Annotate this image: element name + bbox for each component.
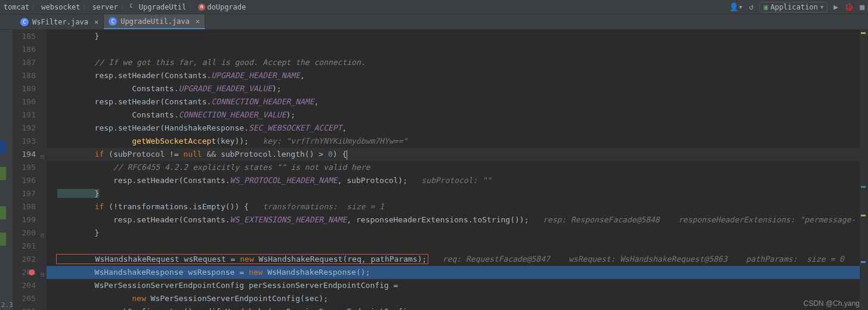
code-text: Constants. xyxy=(57,84,179,93)
sync-icon[interactable]: ↺ xyxy=(749,2,753,11)
constant-text: SEC_WEBSOCKET_ACCEPT xyxy=(249,123,342,132)
breadcrumb-item[interactable]: C UpgradeUtil xyxy=(130,3,186,11)
warning-mark[interactable] xyxy=(861,215,866,216)
number-text: 0 xyxy=(328,150,333,159)
line-number[interactable]: 204 xyxy=(13,279,36,292)
code-text: WsHandshakeResponse wsResponse = xyxy=(57,268,249,277)
tab-label: WsFilter.java xyxy=(32,18,88,26)
line-number[interactable]: 186 xyxy=(13,43,36,56)
breadcrumb: tomcat 〉 websocket 〉 server 〉 C UpgradeU… xyxy=(4,2,246,12)
inline-hint: subProtocol: "" xyxy=(422,176,492,185)
code-text: } xyxy=(57,32,99,41)
mark[interactable] xyxy=(861,186,866,188)
line-number[interactable]: 202 xyxy=(13,253,36,266)
code-text: sec.getConfigurator().modifyHandshake(pe… xyxy=(57,307,417,310)
line-number[interactable]: 206 xyxy=(13,305,36,310)
breadcrumb-item[interactable]: m doUpgrade xyxy=(198,3,246,11)
line-number[interactable]: 198 xyxy=(13,200,36,213)
code-text: ); xyxy=(272,84,282,93)
inline-hint: key: "vrfTrhYNYKiUmyóbwm7HYw==" xyxy=(262,137,407,145)
warning-mark[interactable] xyxy=(861,32,866,34)
tab-wsfilter[interactable]: C WsFilter.java × xyxy=(16,14,104,29)
user-add-icon[interactable]: 👤▾ xyxy=(729,2,743,11)
code-text: WsHandshakeResponse(); xyxy=(262,268,370,277)
code-text xyxy=(57,150,95,159)
line-number[interactable]: 203⊟ xyxy=(13,266,36,279)
close-icon[interactable]: × xyxy=(94,18,98,26)
fold-icon[interactable]: ⊟ xyxy=(37,268,44,275)
code-text: resp.setHeader(Constants. xyxy=(57,97,211,106)
class-icon: C xyxy=(109,17,117,26)
chevron-right-icon: 〉 xyxy=(121,2,128,12)
line-number[interactable]: 205 xyxy=(13,292,36,305)
line-number[interactable]: 200⊟ xyxy=(13,227,36,240)
line-number[interactable]: 194⊟ xyxy=(13,148,36,161)
code-text: , responseHeaderExtensions.toString()); xyxy=(347,215,543,224)
top-bar: tomcat 〉 websocket 〉 server 〉 C UpgradeU… xyxy=(0,0,868,14)
code-text: ); xyxy=(286,110,296,119)
line-number[interactable]: 189 xyxy=(13,82,36,95)
chevron-right-icon: 〉 xyxy=(82,2,89,12)
code-text: resp.setHeader(Constants. xyxy=(57,71,211,80)
line-number[interactable]: 190 xyxy=(13,95,36,108)
text-cursor xyxy=(347,150,347,160)
inline-hint: resp: ResponseFacade@5848 responseHeader… xyxy=(543,215,855,224)
project-color-strip xyxy=(0,30,6,310)
error-stripe[interactable] xyxy=(860,30,868,310)
watermark-text: CSDN @Ch.yang xyxy=(804,299,860,308)
code-lines[interactable]: } // If we got this far, all is good. Ac… xyxy=(47,30,860,310)
keyword-text: new xyxy=(240,255,254,264)
inline-hint: req: RequestFacade@5847 wsRequest: WsHan… xyxy=(428,255,844,264)
code-text: && subProtocol.length() > xyxy=(202,150,328,159)
run-icon[interactable]: ▶ xyxy=(833,2,838,11)
code-text: WsHandshakeRequest(req, pathParams); xyxy=(254,255,427,264)
coverage-icon[interactable]: ▦ xyxy=(860,2,864,11)
line-number[interactable]: 185 xyxy=(13,30,36,43)
breadcrumb-item[interactable]: tomcat xyxy=(4,3,29,11)
line-number[interactable]: 196 xyxy=(13,174,36,187)
code-text: ) { xyxy=(333,150,347,159)
method-icon: m xyxy=(198,4,205,11)
run-config-label: Application xyxy=(770,3,817,11)
code-text xyxy=(57,202,95,211)
breadcrumb-item[interactable]: server xyxy=(92,3,118,11)
tab-upgradeutil[interactable]: C UpgradeUtil.java × xyxy=(104,14,205,29)
breadcrumb-item[interactable]: websocket xyxy=(41,3,80,11)
run-configuration-dropdown[interactable]: ▣ Application ▼ xyxy=(759,2,827,13)
chevron-right-icon: 〉 xyxy=(32,2,39,12)
line-number[interactable]: 191 xyxy=(13,108,36,122)
keyword-text: new xyxy=(132,294,146,303)
line-number[interactable]: 195 xyxy=(13,161,36,174)
line-number[interactable]: 199 xyxy=(13,213,36,227)
fold-icon[interactable]: ⊟ xyxy=(37,229,44,236)
strip-mark xyxy=(0,206,6,219)
code-text: (subProtocol != xyxy=(104,150,183,159)
line-number[interactable]: 197 xyxy=(13,187,36,200)
line-number[interactable]: 188 xyxy=(13,69,36,82)
close-icon[interactable]: × xyxy=(196,17,200,26)
constant-text: CONNECTION_HEADER_VALUE xyxy=(179,110,286,119)
code-text: Constants. xyxy=(57,110,179,119)
chevron-down-icon: ▼ xyxy=(820,4,823,10)
code-text: (!transformations.isEmpty()) { xyxy=(104,202,262,211)
line-number[interactable]: 187 xyxy=(13,56,36,69)
code-text: , xyxy=(300,71,305,80)
tab-label: UpgradeUtil.java xyxy=(121,17,190,26)
debug-icon[interactable]: 🐞 xyxy=(844,2,854,11)
comment-text: // If we got this far, all is good. Acce… xyxy=(57,58,366,67)
editor-tabs: C WsFilter.java × C UpgradeUtil.java × xyxy=(0,14,868,30)
application-icon: ▣ xyxy=(764,3,768,11)
constant-text: CONNECTION_HEADER_NAME xyxy=(211,97,314,106)
line-number[interactable]: 201 xyxy=(13,240,36,253)
line-number-gutter: 185186187188189190191192193194⊟195196197… xyxy=(13,30,47,310)
toolbar-right: 👤▾ ↺ ▣ Application ▼ ▶ 🐞 ▦ xyxy=(729,2,864,13)
line-number[interactable]: 192 xyxy=(13,122,36,135)
code-editor[interactable]: 185186187188189190191192193194⊟195196197… xyxy=(13,30,860,310)
code-text xyxy=(57,137,132,145)
constant-text: WS_EXTENSIONS_HEADER_NAME xyxy=(230,215,347,224)
keyword-text: new xyxy=(249,268,262,277)
breakpoint-icon[interactable] xyxy=(29,269,35,275)
mark[interactable] xyxy=(861,261,866,263)
fold-icon[interactable]: ⊟ xyxy=(37,150,44,157)
line-number[interactable]: 193 xyxy=(13,135,36,148)
